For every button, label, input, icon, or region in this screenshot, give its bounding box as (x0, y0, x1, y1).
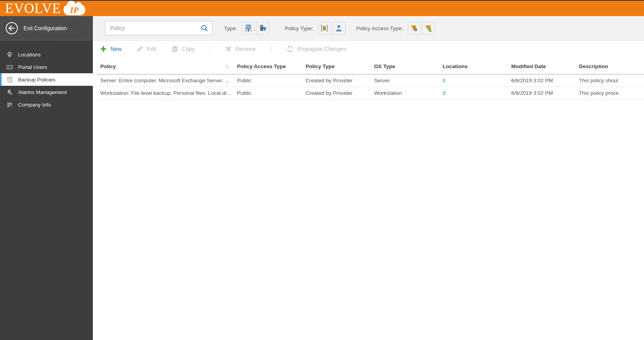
main-content: Type: (93, 16, 644, 340)
copy-button[interactable]: Copy (171, 45, 195, 52)
table-row[interactable]: Workstation: File level backup. Personal… (97, 87, 644, 99)
company-info-icon (6, 101, 13, 108)
policy-type-cell: Created by Provider (302, 90, 371, 96)
policy-access-type-filter-label: Policy Access Type: (356, 25, 403, 31)
description-cell: This policy proce (576, 90, 644, 96)
sidebar-item-backup-policies[interactable]: Backup Policies (0, 73, 93, 86)
policy-search-input[interactable] (105, 25, 197, 31)
sidebar-item-alarms-management[interactable]: Alarms Management (0, 86, 93, 98)
os-type-cell: Server (371, 78, 440, 83)
back-arrow-circle-icon (5, 22, 18, 35)
sidebar-item-portal-users[interactable]: Portal Users (0, 61, 93, 73)
evolve-ip-logo: EVOLVE IP (5, 2, 85, 16)
locations-count-link[interactable]: 0 (443, 78, 446, 83)
location-pin-icon (6, 51, 13, 58)
policy-type-filter-label: Policy Type: (285, 25, 313, 31)
policy-cell: Workstation: File level backup. Personal… (97, 90, 234, 96)
private-access-icon (410, 24, 418, 33)
search-icon (201, 24, 208, 32)
column-header-policy-type[interactable]: Policy Type (302, 63, 371, 69)
filter-type-server-button[interactable] (242, 22, 255, 35)
table-header-row: Policy ↑ Policy Access Type Policy Type … (97, 59, 644, 74)
type-filter-label: Type: (224, 25, 237, 31)
user-policy-icon (335, 24, 343, 33)
backup-policies-icon (6, 76, 13, 83)
sidebar-item-label: Locations (18, 52, 41, 58)
top-brand-bar: EVOLVE IP (0, 0, 644, 16)
public-access-icon (424, 24, 433, 33)
filter-policy-type-user-button[interactable] (333, 22, 346, 35)
column-header-os-type[interactable]: OS Type (371, 63, 440, 69)
toolbar-divider (210, 45, 210, 53)
modified-date-cell: 6/6/2019 3:02 PM (508, 90, 576, 96)
sidebar-nav: Locations Portal Users (0, 48, 93, 111)
logo-wordmark: EVOLVE (5, 2, 61, 16)
sidebar-item-locations[interactable]: Locations (0, 48, 93, 61)
sidebar-item-label: Portal Users (18, 64, 47, 70)
policy-access-type-cell: Public (234, 90, 302, 96)
policy-cell: Server: Entire computer. Microsoft Excha… (97, 78, 234, 83)
column-header-locations[interactable]: Locations (440, 63, 508, 69)
app-window: EVOLVE IP Exit Configuration Locations (0, 0, 644, 340)
description-cell: This policy shoul (576, 78, 644, 83)
action-toolbar: New Edit Copy Remo (93, 41, 644, 57)
filter-access-private-button[interactable] (408, 22, 421, 35)
filter-bar: Type: (93, 16, 644, 41)
filter-policy-type-provider-button[interactable] (318, 22, 331, 35)
sidebar: Exit Configuration Locations (0, 16, 93, 340)
sort-ascending-icon: ↑ (226, 63, 228, 70)
plus-icon (100, 45, 107, 52)
policy-type-cell: Created by Provider (302, 78, 371, 83)
sidebar-item-company-info[interactable]: Company Info (0, 98, 93, 111)
sidebar-item-label: Alarms Management (18, 89, 67, 95)
filter-type-workstation-button[interactable] (256, 22, 269, 35)
column-header-description[interactable]: Description (576, 63, 644, 69)
portal-users-icon (6, 64, 13, 71)
filter-access-public-button[interactable] (422, 22, 435, 35)
workstation-icon (259, 24, 267, 33)
policy-search-box (105, 21, 212, 35)
remove-button[interactable]: Remove (225, 45, 256, 52)
server-icon (244, 24, 253, 33)
search-button[interactable] (197, 22, 212, 35)
policies-table: Policy ↑ Policy Access Type Policy Type … (97, 59, 644, 99)
copy-icon (171, 45, 178, 52)
pencil-icon (136, 45, 143, 52)
edit-button[interactable]: Edit (136, 45, 156, 52)
new-button[interactable]: New (100, 45, 121, 52)
exit-configuration-label: Exit Configuration (24, 25, 67, 31)
provider-policy-icon (320, 24, 329, 33)
column-header-modified-date[interactable]: Modified Date (508, 63, 576, 69)
locations-count-link[interactable]: 0 (443, 90, 446, 96)
toolbar-divider (271, 45, 271, 53)
policy-access-type-cell: Public (234, 78, 302, 83)
sidebar-item-label: Company Info (18, 102, 51, 108)
os-type-cell: Workstation (371, 90, 440, 96)
column-header-policy[interactable]: Policy ↑ (97, 63, 234, 70)
exit-configuration-button[interactable]: Exit Configuration (0, 16, 93, 40)
table-row[interactable]: Server: Entire computer. Microsoft Excha… (97, 74, 644, 87)
alarms-icon (6, 89, 13, 96)
column-header-policy-access-type[interactable]: Policy Access Type (234, 63, 302, 69)
cloud-logo-icon: IP (63, 4, 85, 15)
sidebar-item-label: Backup Policies (18, 77, 55, 83)
propagate-changes-button[interactable]: Propagate Changes (286, 45, 346, 53)
refresh-icon (286, 45, 294, 53)
modified-date-cell: 6/6/2019 3:02 PM (508, 78, 576, 83)
x-icon (225, 45, 232, 52)
